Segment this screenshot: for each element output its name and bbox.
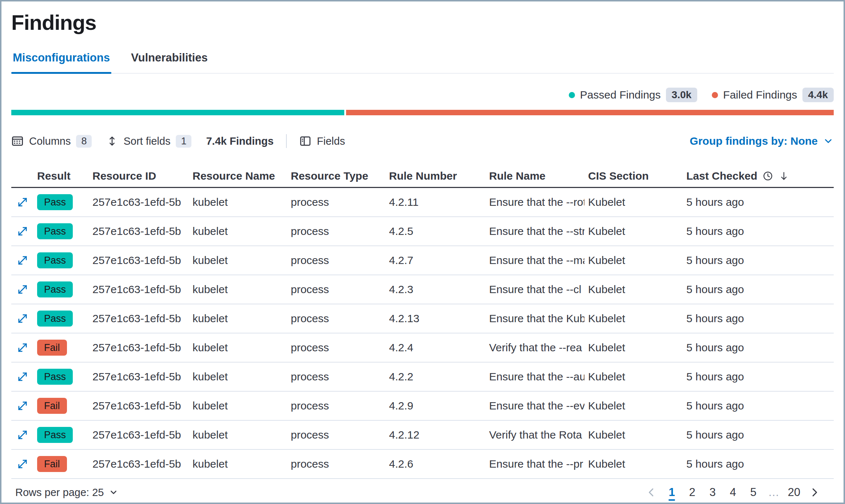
resource-name-cell: kubelet bbox=[189, 371, 287, 383]
diagonal-expand-icon bbox=[16, 429, 29, 441]
resource-type-cell: process bbox=[287, 312, 385, 325]
rule-number-cell: 4.2.5 bbox=[385, 225, 485, 237]
findings-legend: Passed Findings 3.0k Failed Findings 4.4… bbox=[11, 87, 834, 103]
table-footer: Rows per page: 25 12345…20 bbox=[11, 479, 834, 504]
columns-label: Columns bbox=[29, 135, 71, 147]
rule-number-cell: 4.2.7 bbox=[385, 254, 485, 267]
page-title: Findings bbox=[11, 10, 834, 35]
result-badge: Fail bbox=[37, 398, 67, 414]
table-header-row: Result Resource ID Resource Name Resourc… bbox=[11, 165, 834, 188]
diagonal-expand-icon bbox=[16, 341, 29, 354]
resource-type-cell: process bbox=[287, 254, 385, 267]
diagonal-expand-icon bbox=[16, 400, 29, 412]
page-button-5[interactable]: 5 bbox=[745, 484, 762, 501]
cis-section-cell: Kubelet bbox=[584, 341, 683, 354]
cis-section-cell: Kubelet bbox=[584, 283, 683, 296]
cis-section-cell: Kubelet bbox=[584, 225, 683, 237]
findings-page: Findings Misconfigurations Vulnerabiliti… bbox=[0, 0, 845, 504]
expand-row-button[interactable] bbox=[11, 341, 33, 354]
cis-section-cell: Kubelet bbox=[584, 312, 683, 325]
passed-findings-label: Passed Findings bbox=[580, 89, 661, 101]
page-button-1[interactable]: 1 bbox=[663, 484, 680, 501]
table-row: Fail 257e1c63-1efd-5b kubelet process 4.… bbox=[11, 392, 834, 421]
resource-name-cell: kubelet bbox=[189, 254, 287, 267]
header-rule-name[interactable]: Rule Name bbox=[485, 170, 584, 182]
rows-per-page-selector[interactable]: Rows per page: 25 bbox=[15, 487, 118, 499]
fields-button[interactable]: Fields bbox=[299, 135, 345, 147]
last-checked-cell: 5 hours ago bbox=[683, 225, 834, 237]
expand-row-button[interactable] bbox=[11, 312, 33, 325]
last-checked-cell: 5 hours ago bbox=[683, 283, 834, 296]
cis-section-cell: Kubelet bbox=[584, 429, 683, 441]
rule-number-cell: 4.2.13 bbox=[385, 312, 485, 325]
page-button-3[interactable]: 3 bbox=[704, 484, 721, 501]
previous-page-button[interactable] bbox=[643, 487, 660, 498]
sort-fields-button[interactable]: Sort fields 1 bbox=[106, 135, 191, 148]
expand-row-button[interactable] bbox=[11, 429, 33, 441]
clock-icon bbox=[762, 171, 773, 181]
sort-fields-label: Sort fields bbox=[123, 135, 170, 147]
toolbar-divider bbox=[286, 134, 287, 148]
result-badge: Pass bbox=[37, 427, 73, 443]
table-row: Pass 257e1c63-1efd-5b kubelet process 4.… bbox=[11, 275, 834, 304]
diagonal-expand-icon bbox=[16, 371, 29, 383]
resource-id-cell: 257e1c63-1efd-5b bbox=[89, 371, 189, 383]
page-button-2[interactable]: 2 bbox=[684, 484, 701, 501]
expand-row-button[interactable] bbox=[11, 225, 33, 237]
cis-section-cell: Kubelet bbox=[584, 458, 683, 470]
table-row: Fail 257e1c63-1efd-5b kubelet process 4.… bbox=[11, 450, 834, 479]
rule-number-cell: 4.2.4 bbox=[385, 341, 485, 354]
cis-section-cell: Kubelet bbox=[584, 371, 683, 383]
last-checked-cell: 5 hours ago bbox=[683, 429, 834, 441]
columns-button[interactable]: Columns 8 bbox=[11, 135, 92, 148]
diagonal-expand-icon bbox=[16, 458, 29, 470]
rule-name-cell: Ensure that the --pr bbox=[485, 458, 584, 470]
header-last-checked[interactable]: Last Checked bbox=[683, 170, 834, 182]
rule-name-cell: Verify that the --rea bbox=[485, 341, 584, 354]
next-page-button[interactable] bbox=[806, 487, 823, 498]
cis-section-cell: Kubelet bbox=[584, 400, 683, 412]
tab-vulnerabilities[interactable]: Vulnerabilities bbox=[131, 51, 208, 73]
resource-id-cell: 257e1c63-1efd-5b bbox=[89, 400, 189, 412]
expand-row-button[interactable] bbox=[11, 196, 33, 208]
resource-id-cell: 257e1c63-1efd-5b bbox=[89, 196, 189, 208]
table-row: Pass 257e1c63-1efd-5b kubelet process 4.… bbox=[11, 246, 834, 275]
failed-bar-segment bbox=[346, 110, 834, 115]
expand-row-button[interactable] bbox=[11, 400, 33, 412]
tab-misconfigurations[interactable]: Misconfigurations bbox=[13, 51, 110, 73]
resource-name-cell: kubelet bbox=[189, 196, 287, 208]
header-resource-type[interactable]: Resource Type bbox=[287, 170, 385, 182]
result-badge: Pass bbox=[37, 223, 73, 239]
resource-id-cell: 257e1c63-1efd-5b bbox=[89, 225, 189, 237]
rule-name-cell: Ensure that the --ev bbox=[485, 400, 584, 412]
last-checked-cell: 5 hours ago bbox=[683, 312, 834, 325]
result-cell: Pass bbox=[33, 252, 89, 268]
result-badge: Pass bbox=[37, 369, 73, 385]
resource-id-cell: 257e1c63-1efd-5b bbox=[89, 283, 189, 296]
expand-row-button[interactable] bbox=[11, 283, 33, 296]
result-badge: Pass bbox=[37, 252, 73, 268]
header-result[interactable]: Result bbox=[33, 170, 89, 182]
pass-fail-distribution-bar[interactable] bbox=[11, 110, 834, 115]
expand-row-button[interactable] bbox=[11, 254, 33, 267]
header-rule-number[interactable]: Rule Number bbox=[385, 170, 485, 182]
page-ellipsis: … bbox=[765, 484, 782, 501]
resource-id-cell: 257e1c63-1efd-5b bbox=[89, 341, 189, 354]
header-cis-section[interactable]: CIS Section bbox=[584, 170, 683, 182]
expand-row-button[interactable] bbox=[11, 458, 33, 470]
expand-row-button[interactable] bbox=[11, 371, 33, 383]
group-findings-by-button[interactable]: Group findings by: None bbox=[690, 135, 834, 147]
table-row: Pass 257e1c63-1efd-5b kubelet process 4.… bbox=[11, 421, 834, 450]
findings-total-count: 7.4k Findings bbox=[206, 135, 273, 147]
rule-number-cell: 4.2.11 bbox=[385, 196, 485, 208]
result-cell: Fail bbox=[33, 398, 89, 414]
header-resource-id[interactable]: Resource ID bbox=[89, 170, 189, 182]
page-button-20[interactable]: 20 bbox=[786, 484, 802, 501]
page-button-4[interactable]: 4 bbox=[725, 484, 741, 501]
chevron-down-icon bbox=[109, 488, 118, 497]
rule-number-cell: 4.2.12 bbox=[385, 429, 485, 441]
result-badge: Pass bbox=[37, 311, 73, 327]
header-resource-name[interactable]: Resource Name bbox=[189, 170, 287, 182]
resource-name-cell: kubelet bbox=[189, 341, 287, 354]
diagonal-expand-icon bbox=[16, 225, 29, 237]
